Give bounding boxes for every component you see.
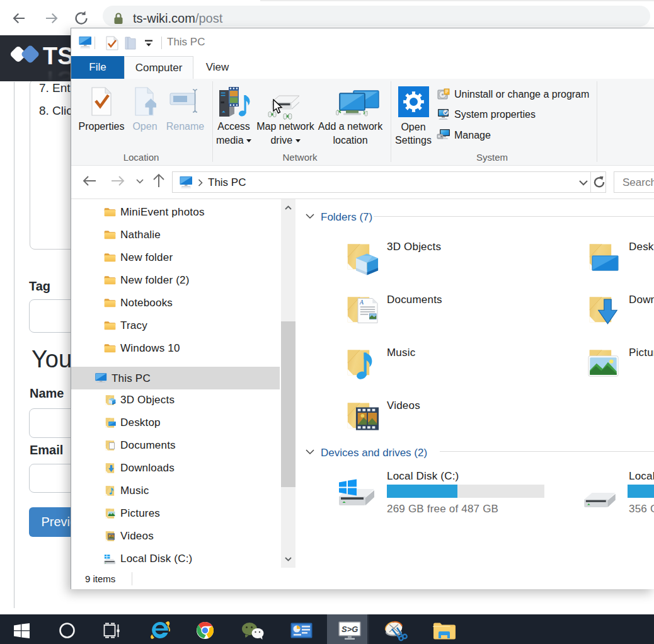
svg-text:S>G: S>G [341, 624, 358, 634]
